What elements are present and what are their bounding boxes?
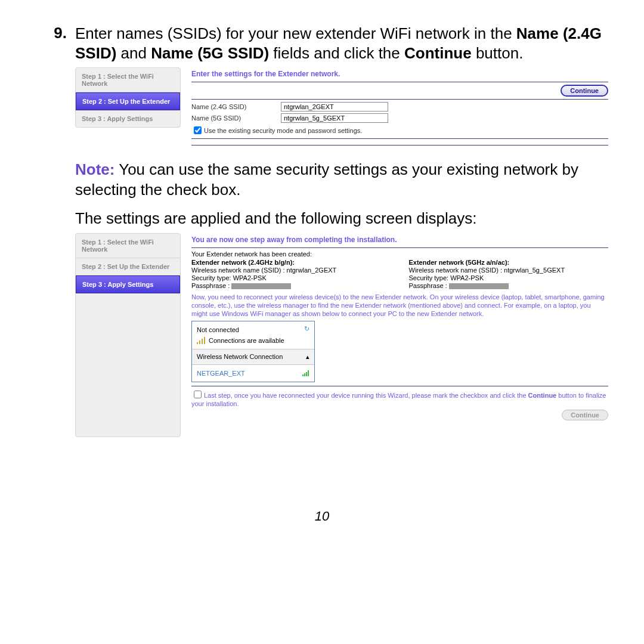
instruction-9: 9. Enter names (SSIDs) for your new exte… bbox=[36, 24, 608, 63]
note-label: Note: bbox=[75, 160, 114, 178]
wifi-network-item[interactable]: NETGEAR_EXT bbox=[192, 365, 314, 382]
sidebar-step-1[interactable]: Step 1 : Select the WiFi Network bbox=[76, 68, 180, 92]
content-title: Enter the settings for the Extender netw… bbox=[191, 70, 608, 78]
final-text-before: Last step, once you have reconnected you… bbox=[204, 392, 528, 399]
wifi-section-label: Wireless Network Connection bbox=[197, 353, 283, 361]
note-body: You can use the same security settings a… bbox=[75, 160, 578, 199]
divider bbox=[191, 247, 608, 248]
wizard-sidebar-2: Step 1 : Select the WiFi Network Step 2 … bbox=[75, 233, 181, 437]
final-bold: Continue bbox=[528, 392, 557, 399]
col-5g-ssid: Wireless network name (SSID) : ntgrwlan_… bbox=[409, 267, 609, 274]
chevron-up-icon: ▴ bbox=[306, 353, 309, 361]
sidebar-step-2[interactable]: Step 2 : Set Up the Extender bbox=[76, 92, 180, 110]
finalize-checkbox[interactable] bbox=[194, 391, 202, 398]
ssid-5g-input[interactable] bbox=[281, 113, 388, 123]
sidebar-step-3[interactable]: Step 3 : Apply Settings bbox=[76, 275, 180, 293]
instruction-mid2: fields and click the bbox=[269, 44, 404, 62]
use-existing-security-row: Use the existing security mode and passw… bbox=[191, 125, 608, 136]
content-area: Enter the settings for the Extender netw… bbox=[181, 67, 608, 148]
wifi-not-connected-label: Not connected bbox=[197, 326, 309, 333]
divider bbox=[191, 138, 608, 139]
col-24g-title: Extender network (2.4GHz b/g/n): bbox=[191, 259, 391, 266]
redacted-passphrase bbox=[449, 283, 509, 289]
col-24g-pass: Passphrase : bbox=[191, 282, 391, 289]
sidebar-step-2[interactable]: Step 2 : Set Up the Extender bbox=[76, 258, 180, 275]
wifi-section-header[interactable]: Wireless Network Connection ▴ bbox=[192, 349, 314, 365]
content-title-2: You are now one step away from completin… bbox=[191, 236, 608, 244]
network-summary-columns: Extender network (2.4GHz b/g/n): Wireles… bbox=[191, 259, 608, 290]
wifi-network-name: NETGEAR_EXT bbox=[197, 370, 245, 377]
instruction-bold3: Continue bbox=[404, 44, 472, 62]
wifi-available-label: Connections are available bbox=[209, 337, 284, 344]
col-5g-security: Security type: WPA2-PSK bbox=[409, 274, 609, 281]
divider bbox=[191, 145, 608, 145]
col-5g-title: Extender network (5GHz a/n/ac): bbox=[409, 259, 609, 266]
refresh-icon[interactable]: ↻ bbox=[304, 325, 309, 333]
note-text: Note: You can use the same security sett… bbox=[75, 160, 608, 200]
instruction-number: 9. bbox=[36, 24, 75, 42]
summary-heading: Your Extender network has been created: bbox=[191, 250, 608, 258]
instruction-mid1: and bbox=[116, 44, 151, 62]
divider bbox=[191, 99, 608, 100]
ssid-5g-row: Name (5G SSID) bbox=[191, 113, 608, 123]
wizard-sidebar: Step 1 : Select the WiFi Network Step 2 … bbox=[75, 67, 181, 128]
col-24g: Extender network (2.4GHz b/g/n): Wireles… bbox=[191, 259, 391, 290]
instruction-pre: Enter names (SSIDs) for your new extende… bbox=[75, 24, 516, 42]
col-5g: Extender network (5GHz a/n/ac): Wireless… bbox=[409, 259, 609, 290]
use-existing-security-checkbox[interactable] bbox=[194, 126, 202, 134]
screenshot-apply-settings: Step 1 : Select the WiFi Network Step 2 … bbox=[75, 233, 608, 437]
windows-wifi-popup: ↻ Not connected Connections are availabl… bbox=[191, 321, 315, 382]
col-24g-pass-label: Passphrase : bbox=[191, 282, 230, 289]
ssid-24g-input[interactable] bbox=[281, 102, 388, 112]
screenshot-setup-extender: Step 1 : Select the WiFi Network Step 2 … bbox=[75, 67, 608, 148]
content-area-2: You are now one step away from completin… bbox=[181, 233, 608, 421]
redacted-passphrase bbox=[231, 283, 291, 289]
wifi-popup-top: ↻ Not connected Connections are availabl… bbox=[192, 321, 314, 349]
ssid-24g-label: Name (2.4G SSID) bbox=[191, 103, 281, 110]
page-number: 10 bbox=[36, 509, 608, 524]
sidebar-step-1[interactable]: Step 1 : Select the WiFi Network bbox=[76, 234, 180, 258]
reconnect-paragraph: Now, you need to reconnect your wireless… bbox=[191, 293, 608, 318]
col-24g-security: Security type: WPA2-PSK bbox=[191, 274, 391, 281]
signal-strength-icon bbox=[302, 370, 309, 376]
divider bbox=[191, 82, 608, 82]
wifi-available-row: Connections are available bbox=[197, 337, 309, 344]
instruction-bold2: Name (5G SSID) bbox=[151, 44, 269, 62]
use-existing-security-label: Use the existing security mode and passw… bbox=[204, 127, 362, 134]
divider bbox=[191, 386, 608, 386]
col-24g-ssid: Wireless network name (SSID) : ntgrwlan_… bbox=[191, 267, 391, 274]
col-5g-pass: Passphrase : bbox=[409, 282, 609, 289]
final-instruction: Last step, once you have reconnected you… bbox=[191, 389, 608, 407]
col-5g-pass-label: Passphrase : bbox=[409, 282, 447, 289]
continue-button[interactable]: Continue bbox=[561, 85, 608, 97]
followup-text: The settings are applied and the followi… bbox=[75, 209, 608, 229]
signal-bars-icon bbox=[197, 337, 205, 344]
continue-button-disabled[interactable]: Continue bbox=[562, 410, 608, 420]
instruction-text: Enter names (SSIDs) for your new extende… bbox=[75, 24, 608, 63]
instruction-post: button. bbox=[472, 44, 524, 62]
sidebar-step-3[interactable]: Step 3 : Apply Settings bbox=[76, 110, 180, 127]
ssid-5g-label: Name (5G SSID) bbox=[191, 114, 281, 122]
ssid-24g-row: Name (2.4G SSID) bbox=[191, 102, 608, 112]
